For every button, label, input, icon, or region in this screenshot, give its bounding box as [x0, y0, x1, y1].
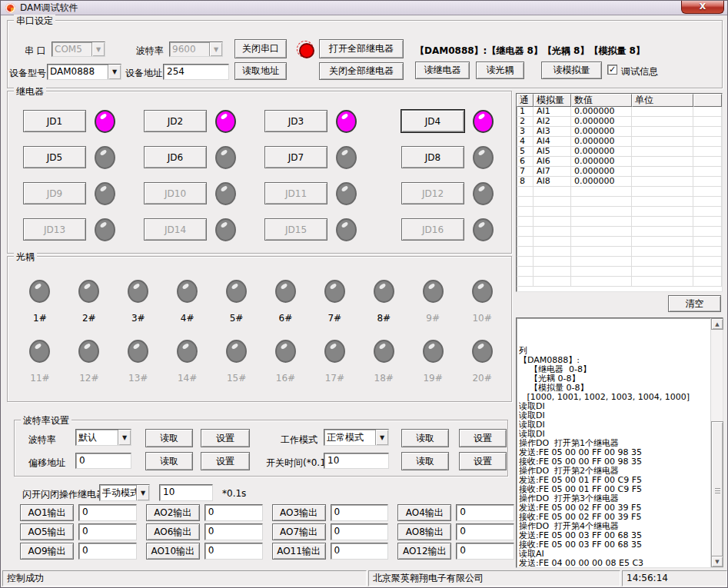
offset-input[interactable]: 0: [75, 453, 131, 469]
chevron-down-icon[interactable]: ▼: [118, 430, 131, 445]
ao-output-button[interactable]: AO10输出: [146, 543, 200, 560]
baud-set-button[interactable]: 设置: [201, 429, 250, 447]
device-model-select[interactable]: DAM0888 ▼: [47, 64, 121, 80]
ao-output-button[interactable]: AO6输出: [146, 523, 200, 540]
ao-output-button[interactable]: AO8输出: [397, 523, 451, 540]
relay-button[interactable]: JD6: [144, 146, 207, 168]
table-row[interactable]: [517, 267, 722, 277]
ao-output-input[interactable]: 0: [456, 523, 514, 540]
read-relays-button[interactable]: 读继电器: [415, 61, 470, 79]
chevron-down-icon[interactable]: ▼: [209, 42, 222, 56]
flash-time-input[interactable]: 10: [159, 484, 213, 501]
ao-output-button[interactable]: AO9输出: [20, 543, 74, 560]
offset-read-button[interactable]: 读取: [145, 452, 193, 470]
serial-port-select[interactable]: COM5 ▼: [52, 42, 105, 57]
ao-output-input[interactable]: 0: [456, 543, 514, 560]
switch-read-button[interactable]: 读取: [401, 452, 449, 470]
open-all-relays-button[interactable]: 打开全部继电器: [319, 39, 404, 58]
close-button[interactable]: X: [681, 1, 724, 14]
relay-button[interactable]: JD5: [23, 146, 86, 168]
ao-output-button[interactable]: AO5输出: [20, 523, 74, 540]
relay-button[interactable]: JD1: [23, 110, 86, 132]
ao-output-button[interactable]: AO11输出: [272, 543, 326, 560]
table-row[interactable]: [517, 227, 722, 237]
table-row[interactable]: [517, 217, 722, 227]
relay-button[interactable]: JD14: [144, 218, 207, 241]
switch-time-input[interactable]: 10: [324, 453, 389, 469]
table-row[interactable]: 7 AI7 0.000000: [517, 167, 722, 177]
ao-output-button[interactable]: AO2输出: [146, 504, 200, 521]
col-header-value[interactable]: 数值: [571, 94, 632, 107]
table-row[interactable]: [517, 187, 722, 197]
chevron-down-icon[interactable]: ▼: [375, 430, 388, 445]
relay-button[interactable]: JD12: [401, 182, 464, 204]
ao-output-input[interactable]: 0: [204, 504, 263, 521]
close-all-relays-button[interactable]: 关闭全部继电器: [319, 62, 404, 80]
baud-read-button[interactable]: 读取: [145, 429, 193, 447]
ao-output-button[interactable]: AO12输出: [397, 543, 451, 560]
ao-output-button[interactable]: AO1输出: [20, 504, 74, 521]
relay-button[interactable]: JD4: [401, 110, 464, 132]
table-row[interactable]: [517, 277, 722, 287]
relay-button[interactable]: JD13: [23, 218, 86, 241]
workmode-set-button[interactable]: 设置: [459, 429, 507, 447]
relay-button[interactable]: JD10: [144, 182, 207, 204]
table-row[interactable]: [517, 207, 722, 217]
offset-set-button[interactable]: 设置: [201, 452, 250, 470]
read-analog-button[interactable]: 读模拟量: [541, 61, 602, 79]
relay-button[interactable]: JD3: [264, 110, 327, 132]
read-address-button[interactable]: 读取地址: [234, 62, 287, 80]
col-header-channel[interactable]: 通: [517, 94, 534, 107]
ao-output-input[interactable]: 0: [78, 504, 137, 521]
ao-output-input[interactable]: 0: [331, 504, 389, 521]
chevron-down-icon[interactable]: ▼: [108, 65, 121, 79]
ao-output-button[interactable]: AO3输出: [272, 504, 326, 521]
close-serial-button[interactable]: 关闭串口: [234, 39, 287, 58]
ao-output-input[interactable]: 0: [204, 543, 263, 560]
debug-info-checkbox[interactable]: ✓: [607, 65, 617, 75]
table-row[interactable]: [517, 237, 722, 247]
scrollbar-thumb[interactable]: [711, 421, 723, 562]
table-row[interactable]: 5 AI5 0.000000: [517, 147, 722, 157]
ao-output-button[interactable]: AO4输出: [397, 504, 451, 521]
col-header-unit[interactable]: 单位: [632, 94, 693, 107]
flash-mode-select[interactable]: 手动模式 ▼: [99, 484, 150, 501]
switch-set-button[interactable]: 设置: [459, 452, 507, 470]
table-row[interactable]: [517, 257, 722, 267]
baud2-select[interactable]: 默认 ▼: [75, 429, 131, 446]
workmode-read-button[interactable]: 读取: [401, 429, 449, 447]
chevron-down-icon[interactable]: ▼: [91, 42, 105, 56]
relay-button[interactable]: JD15: [264, 218, 327, 241]
relay-button[interactable]: JD11: [264, 182, 327, 204]
relay-button[interactable]: JD7: [264, 146, 327, 168]
table-row[interactable]: [517, 197, 722, 207]
relay-button[interactable]: JD8: [401, 146, 464, 168]
ao-output-button[interactable]: AO7输出: [272, 523, 326, 540]
device-address-input[interactable]: 254: [163, 64, 229, 80]
col-header-extra[interactable]: [693, 94, 722, 107]
log-scrollbar[interactable]: ▲ ▼: [710, 318, 723, 567]
debug-log-text[interactable]: 列【DAM0888】: 【继电器 0-8】 【光耦 0-8】 【模拟量 0-8】…: [519, 319, 710, 566]
ao-output-input[interactable]: 0: [78, 543, 137, 560]
table-row[interactable]: 4 AI4 0.000000: [517, 137, 722, 147]
ao-output-input[interactable]: 0: [456, 504, 514, 521]
table-row[interactable]: 6 AI6 0.000000: [517, 157, 722, 167]
ao-output-input[interactable]: 0: [204, 523, 263, 540]
debug-log-panel[interactable]: 列【DAM0888】: 【继电器 0-8】 【光耦 0-8】 【模拟量 0-8】…: [516, 317, 723, 568]
relay-button[interactable]: JD9: [23, 182, 86, 204]
table-row[interactable]: [517, 247, 722, 257]
table-row[interactable]: 1 AI1 0.000000: [517, 107, 722, 117]
ao-output-input[interactable]: 0: [331, 523, 389, 540]
baudrate-select[interactable]: 9600 ▼: [169, 42, 223, 57]
col-header-name[interactable]: 模拟量: [534, 94, 571, 107]
workmode-select[interactable]: 正常模式 ▼: [324, 429, 389, 446]
table-row[interactable]: 2 AI2 0.000000: [517, 117, 722, 127]
clear-button[interactable]: 清空: [668, 295, 721, 312]
read-opto-button[interactable]: 读光耦: [476, 61, 524, 79]
scroll-down-icon[interactable]: ▼: [711, 556, 723, 567]
ao-output-input[interactable]: 0: [331, 543, 389, 560]
ao-output-input[interactable]: 0: [78, 523, 137, 540]
relay-button[interactable]: JD2: [144, 110, 207, 132]
chevron-down-icon[interactable]: ▼: [136, 485, 149, 500]
titlebar[interactable]: DAM调试软件 X: [1, 1, 727, 15]
